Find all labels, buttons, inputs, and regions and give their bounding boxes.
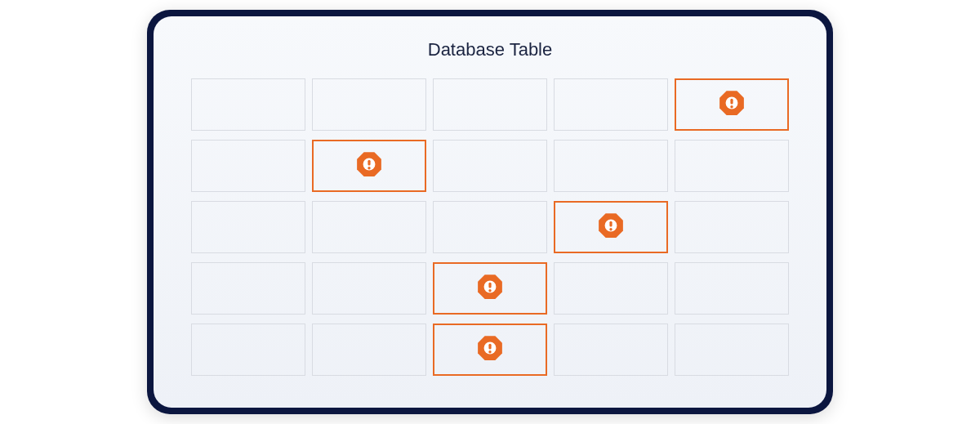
table-cell: [554, 324, 668, 376]
table-cell: [191, 201, 305, 253]
table-cell: [312, 201, 426, 253]
table-cell: [433, 140, 547, 192]
table-cell: [191, 140, 305, 192]
table-cell-error: [312, 140, 426, 192]
svg-point-19: [488, 350, 491, 353]
diagram-frame: Database Table: [147, 10, 833, 414]
table-cell: [554, 78, 668, 131]
table-cell-error: [554, 201, 668, 253]
table-cell: [191, 324, 305, 376]
error-octagon-icon: [476, 334, 504, 365]
table-cell-error: [433, 324, 547, 376]
database-table-grid: [191, 78, 789, 378]
error-octagon-icon: [476, 273, 504, 304]
table-cell: [675, 201, 789, 253]
table-cell-error: [675, 78, 789, 131]
svg-rect-18: [488, 344, 491, 350]
diagram-panel: Database Table: [154, 16, 826, 408]
svg-rect-2: [730, 99, 733, 105]
table-cell: [554, 262, 668, 315]
diagram-title: Database Table: [191, 39, 789, 60]
table-cell: [312, 324, 426, 376]
table-cell: [312, 262, 426, 315]
error-octagon-icon: [597, 212, 625, 243]
svg-point-15: [488, 289, 491, 292]
error-octagon-icon: [355, 150, 383, 181]
table-cell: [312, 78, 426, 131]
svg-rect-10: [609, 221, 612, 227]
svg-rect-14: [488, 283, 491, 288]
svg-point-11: [609, 228, 612, 230]
table-cell: [433, 78, 547, 131]
table-cell: [191, 78, 305, 131]
table-cell: [675, 140, 789, 192]
svg-point-7: [368, 167, 370, 169]
table-cell: [433, 201, 547, 253]
table-cell: [675, 324, 789, 376]
error-octagon-icon: [718, 89, 746, 120]
table-cell: [675, 262, 789, 315]
table-cell: [554, 140, 668, 192]
svg-point-3: [730, 105, 733, 108]
table-cell-error: [433, 262, 547, 315]
table-cell: [191, 262, 305, 315]
svg-rect-6: [368, 160, 370, 166]
